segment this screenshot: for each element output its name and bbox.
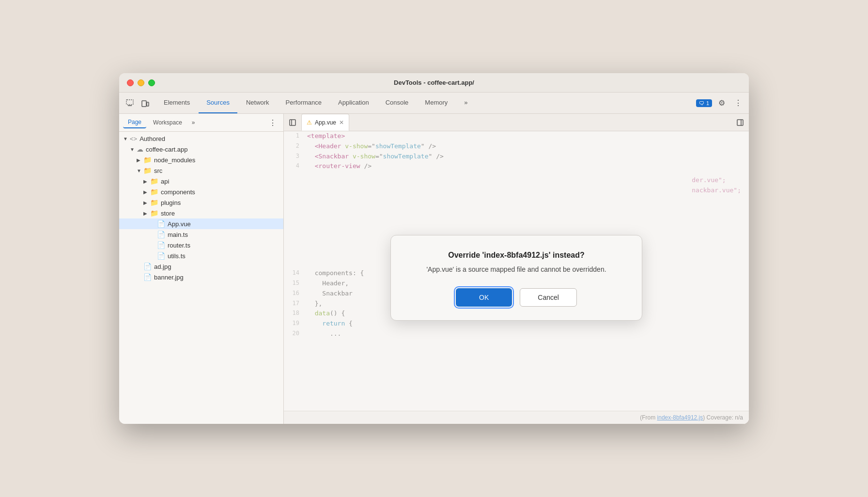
dialog-cancel-button[interactable]: Cancel: [520, 288, 577, 307]
tree-node-modules[interactable]: ▶ 📁 node_modules: [119, 155, 283, 165]
tab-console[interactable]: Console: [378, 93, 417, 113]
tab-network[interactable]: Network: [238, 93, 277, 113]
settings-icon[interactable]: ⚙: [715, 96, 728, 110]
inspect-icon[interactable]: [123, 96, 137, 110]
tree-router-ts[interactable]: 📄 router.ts: [119, 240, 283, 250]
console-badge[interactable]: 🗨 1: [696, 99, 712, 107]
svg-rect-4: [290, 120, 295, 125]
close-button[interactable]: [127, 79, 134, 86]
tab-application[interactable]: Application: [330, 93, 377, 113]
code-panel: ⚠ App.vue ✕: [284, 114, 749, 424]
sidebar-tab-more[interactable]: »: [189, 117, 198, 128]
title-bar: DevTools - coffee-cart.app/: [119, 73, 749, 93]
tab-more[interactable]: »: [456, 93, 475, 113]
sidebar-tab-page[interactable]: Page: [123, 117, 146, 128]
sidebar-toggle-icon[interactable]: [286, 116, 299, 129]
sidebar-tab-workspace[interactable]: Workspace: [148, 117, 187, 128]
tab-elements[interactable]: Elements: [156, 93, 198, 113]
tree-utils-ts[interactable]: 📄 utils.ts: [119, 250, 283, 261]
dialog-title: Override 'index-8bfa4912.js' instead?: [410, 251, 622, 260]
tab-sources[interactable]: Sources: [199, 93, 237, 113]
svg-rect-2: [142, 101, 146, 107]
dialog-description: 'App.vue' is a source mapped file and ca…: [410, 264, 622, 275]
sidebar-tree: ▼ <> Authored ▼ ☁ coffee-cart.app ▶ 📁 no…: [119, 132, 283, 424]
sidebar: Page Workspace » ⋮ ▼ <> Authored ▼: [119, 114, 284, 424]
svg-rect-3: [147, 102, 149, 106]
dialog-overlay: Override 'index-8bfa4912.js' instead? 'A…: [284, 131, 749, 424]
toolbar-right: 🗨 1 ⚙ ⋮: [696, 96, 745, 110]
tree-root[interactable]: ▼ ☁ coffee-cart.app: [119, 144, 283, 155]
warning-icon: ⚠: [307, 119, 312, 126]
tree-main-ts[interactable]: 📄 main.ts: [119, 229, 283, 240]
toolbar-tabs: Elements Sources Network Performance App…: [156, 93, 476, 113]
tab-performance[interactable]: Performance: [278, 93, 329, 113]
sidebar-tabs: Page Workspace » ⋮: [119, 114, 283, 132]
tree-authored[interactable]: ▼ <> Authored: [119, 134, 283, 144]
devtools-window: DevTools - coffee-cart.app/ Elements: [119, 73, 749, 424]
dialog-box: Override 'index-8bfa4912.js' instead? 'A…: [390, 235, 642, 321]
tree-src[interactable]: ▼ 📁 src: [119, 165, 283, 176]
toolbar: Elements Sources Network Performance App…: [119, 93, 749, 114]
sidebar-right-toggle-icon[interactable]: [733, 116, 747, 129]
tree-store[interactable]: ▶ 📁 store: [119, 208, 283, 218]
maximize-button[interactable]: [148, 79, 155, 86]
more-options-icon[interactable]: ⋮: [731, 96, 745, 110]
traffic-lights: [127, 79, 155, 86]
svg-rect-6: [737, 120, 743, 125]
tree-api[interactable]: ▶ 📁 api: [119, 176, 283, 186]
tree-components[interactable]: ▶ 📁 components: [119, 186, 283, 197]
dialog-ok-button[interactable]: OK: [456, 288, 512, 307]
device-icon[interactable]: [139, 96, 152, 110]
minimize-button[interactable]: [138, 79, 144, 86]
tree-banner-jpg[interactable]: 📄 banner.jpg: [119, 272, 283, 282]
main-area: Page Workspace » ⋮ ▼ <> Authored ▼: [119, 114, 749, 424]
code-tab-right: [733, 116, 747, 129]
code-file-tab-app-vue[interactable]: ⚠ App.vue ✕: [301, 114, 349, 131]
code-tabs-bar: ⚠ App.vue ✕: [284, 114, 749, 131]
tree-ad-jpg[interactable]: 📄 ad.jpg: [119, 261, 283, 272]
close-tab-icon[interactable]: ✕: [339, 119, 344, 126]
tree-plugins[interactable]: ▶ 📁 plugins: [119, 197, 283, 208]
dialog-buttons: OK Cancel: [410, 288, 622, 307]
toolbar-icons: [123, 96, 152, 110]
tree-app-vue[interactable]: 📄 App.vue: [119, 218, 283, 229]
sidebar-menu-icon[interactable]: ⋮: [266, 117, 279, 128]
tab-memory[interactable]: Memory: [417, 93, 455, 113]
svg-rect-0: [126, 100, 133, 105]
window-title: DevTools - coffee-cart.app/: [394, 79, 474, 86]
